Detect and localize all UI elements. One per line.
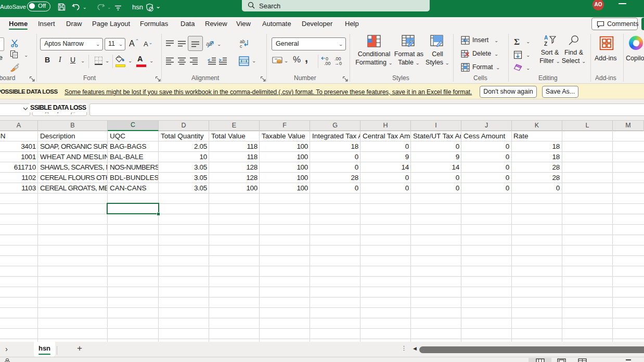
svg-text:→0: →0 <box>334 61 342 66</box>
svg-text:Z: Z <box>544 41 547 47</box>
svg-text:A: A <box>544 35 548 41</box>
svg-text:.00: .00 <box>324 61 331 66</box>
svg-text:c: c <box>240 44 242 48</box>
